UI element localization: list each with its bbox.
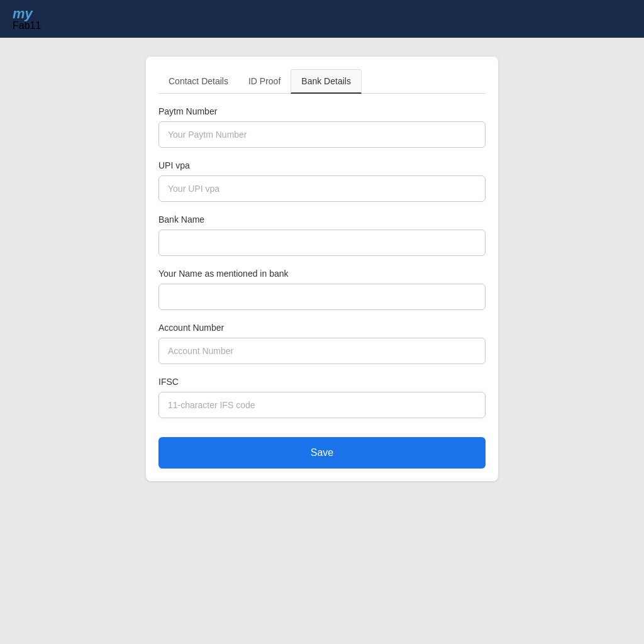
page-content: Contact Details ID Proof Bank Details Pa… — [0, 38, 644, 644]
ifsc-label: IFSC — [158, 377, 486, 387]
paytm-number-group: Paytm Number — [158, 106, 486, 148]
tab-id-proof[interactable]: ID Proof — [238, 69, 291, 94]
ifsc-input[interactable] — [158, 392, 486, 418]
tab-bar: Contact Details ID Proof Bank Details — [158, 69, 486, 94]
account-number-group: Account Number — [158, 323, 486, 364]
form-card: Contact Details ID Proof Bank Details Pa… — [146, 57, 498, 481]
account-holder-name-group: Your Name as mentioned in bank — [158, 269, 486, 310]
save-button[interactable]: Save — [158, 437, 486, 469]
bank-name-input[interactable] — [158, 230, 486, 256]
paytm-number-label: Paytm Number — [158, 106, 486, 116]
upi-vpa-input[interactable] — [158, 175, 486, 202]
account-holder-name-label: Your Name as mentioned in bank — [158, 269, 486, 279]
account-number-label: Account Number — [158, 323, 486, 333]
bank-name-label: Bank Name — [158, 214, 486, 225]
account-number-input[interactable] — [158, 338, 486, 364]
tab-contact-details[interactable]: Contact Details — [158, 69, 238, 94]
top-bar: my Fab11 — [0, 0, 644, 38]
logo-fab: Fab11 — [13, 21, 41, 31]
bank-name-group: Bank Name — [158, 214, 486, 256]
ifsc-group: IFSC — [158, 377, 486, 418]
logo-my: my — [13, 7, 41, 21]
account-holder-name-input[interactable] — [158, 284, 486, 310]
tab-bank-details[interactable]: Bank Details — [291, 69, 362, 94]
upi-vpa-label: UPI vpa — [158, 160, 486, 170]
paytm-number-input[interactable] — [158, 121, 486, 148]
logo: my Fab11 — [13, 7, 41, 31]
upi-vpa-group: UPI vpa — [158, 160, 486, 202]
